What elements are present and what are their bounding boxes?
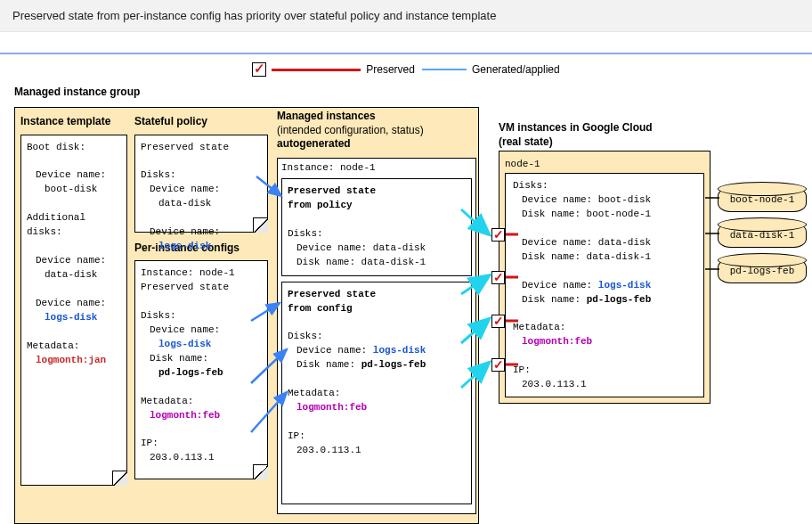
stateful-l6: logs-disk <box>141 240 262 254</box>
disk-boot-label: boot-node-1 <box>730 194 795 205</box>
page-caption: Preserved state from per-instance config… <box>0 0 812 32</box>
vm-l10: IP: <box>513 364 698 378</box>
policy-title-1: Preserved state <box>288 185 376 196</box>
disk-data: data-disk-1 <box>718 223 807 248</box>
config-l2a: Device name: <box>296 345 367 356</box>
template-l4: Additional disks: <box>27 211 121 240</box>
stateful-l2: Disks: <box>141 168 262 183</box>
stateful-title: Stateful policy <box>134 115 268 129</box>
managed-head: Instance: node-1 <box>281 162 472 173</box>
vm-l7: Disk name: pd-logs-feb <box>513 293 698 307</box>
policy-l3: Disk name: data-disk-1 <box>288 256 466 270</box>
config-l3: Disk name: pd-logs-feb <box>288 358 466 373</box>
preserved-from-policy: Preserved state from policy Disks: Devic… <box>281 178 472 276</box>
pic-l9: logmonth:feb <box>141 409 262 423</box>
stateful-l5: Device name: <box>141 225 262 240</box>
config-l2b: logs-disk <box>373 345 426 356</box>
config-title-1: Preserved state <box>288 289 376 299</box>
template-l7: Device name: <box>27 297 121 311</box>
template-l2: Device name: <box>27 168 121 183</box>
vm-l9: logmonth:feb <box>513 335 698 349</box>
pic-doc: Instance: node-1 Preserved state Disks: … <box>134 260 268 479</box>
vm-inner: Disks: Device name: boot-disk Disk name:… <box>505 173 704 397</box>
config-l4: Metadata: <box>288 387 466 401</box>
legend-generated-label: Generated/applied <box>472 63 560 76</box>
managed-column: Managed instances (intended configuratio… <box>277 110 475 151</box>
stateful-l3: Device name: <box>141 183 262 197</box>
legend-row: Preserved Generated/applied <box>0 62 812 77</box>
mig-box: Instance template Boot disk: Device name… <box>14 107 479 524</box>
template-column: Instance template Boot disk: Device name… <box>20 115 127 486</box>
vm-l6: Device name: logs-disk <box>513 279 698 293</box>
config-l6: IP: <box>288 430 466 444</box>
template-l10: logmonth:jan <box>27 354 121 368</box>
legend-generated: Generated/applied <box>422 63 560 76</box>
stateful-doc: Preserved state Disks: Device name: data… <box>134 135 268 233</box>
vm-l6a: Device name: <box>522 280 592 291</box>
vm-l7a: Disk name: <box>522 294 581 305</box>
pic-l10: IP: <box>141 437 262 451</box>
preserved-check-2 <box>491 271 505 284</box>
template-l8: logs-disk <box>27 311 121 325</box>
preserved-check-3 <box>491 315 505 328</box>
preserved-check-4 <box>491 358 505 372</box>
config-l7: 203.0.113.1 <box>288 444 466 458</box>
template-l9: Metadata: <box>27 340 121 354</box>
vm-l7b: pd-logs-feb <box>587 294 652 305</box>
vm-box: node-1 Disks: Device name: boot-disk Dis… <box>499 151 710 404</box>
disk-data-label: data-disk-1 <box>730 230 795 241</box>
pic-l3: Disks: <box>141 309 262 323</box>
policy-title-2: from policy <box>288 200 353 210</box>
legend-preserved-label: Preserved <box>366 63 415 76</box>
policy-l1: Disks: <box>288 227 466 242</box>
stateful-l1: Preserved state <box>141 141 262 155</box>
template-title: Instance template <box>20 115 127 129</box>
blue-arrow-icon <box>422 69 467 70</box>
pic-l6: Disk name: <box>141 352 262 366</box>
config-l3a: Disk name: <box>296 359 355 370</box>
vm-l8: Metadata: <box>513 321 698 335</box>
config-l5: logmonth:feb <box>288 401 466 415</box>
policy-title: Preserved state from policy <box>288 184 466 213</box>
pic-l8: Metadata: <box>141 395 262 409</box>
disk-logs-label: pd-logs-feb <box>730 266 795 276</box>
vm-l3: Disk name: boot-node-1 <box>513 208 698 222</box>
template-l3: boot-disk <box>27 183 121 197</box>
pic-l5: logs-disk <box>141 338 262 352</box>
config-l3b: pd-logs-feb <box>361 359 426 370</box>
managed-title-l1: Managed instances <box>277 110 376 122</box>
config-title: Preserved state from config <box>288 288 466 316</box>
vm-l11: 203.0.113.1 <box>513 378 698 392</box>
vm-l6b: logs-disk <box>598 280 651 291</box>
pic-l11: 203.0.113.1 <box>141 451 262 465</box>
vm-l1: Disks: <box>513 179 698 193</box>
vm-label-l2: (real state) <box>499 135 553 148</box>
vm-l2: Device name: boot-disk <box>513 193 698 208</box>
vm-l4: Device name: data-disk <box>513 236 698 250</box>
config-title-2: from config <box>288 303 353 314</box>
pic-l2: Preserved state <box>141 281 262 295</box>
disk-boot: boot-node-1 <box>718 187 807 212</box>
managed-title: Managed instances (intended configuratio… <box>277 110 475 151</box>
red-line-icon <box>272 69 361 71</box>
check-icon <box>252 62 266 77</box>
vm-head: node-1 <box>505 159 540 169</box>
pic-l4: Device name: <box>141 323 262 338</box>
pic-l1: Instance: node-1 <box>141 266 262 281</box>
managed-title-l2: (intended configuration, status) <box>277 124 424 136</box>
legend-preserved: Preserved <box>252 62 415 77</box>
managed-title-l3: autogenerated <box>277 137 351 150</box>
config-l2: Device name: logs-disk <box>288 344 466 358</box>
template-doc: Boot disk: Device name: boot-disk Additi… <box>20 135 127 486</box>
template-l6: data-disk <box>27 268 121 282</box>
vm-label-l1: VM instances in Google Cloud <box>499 121 653 134</box>
diagram-content: Preserved Generated/applied Managed inst… <box>0 36 812 524</box>
template-l1: Boot disk: <box>27 141 121 155</box>
policy-l2: Device name: data-disk <box>288 242 466 256</box>
mig-label: Managed instance group <box>14 86 140 98</box>
preserved-from-config: Preserved state from config Disks: Devic… <box>281 282 472 504</box>
config-l1: Disks: <box>288 330 466 344</box>
template-title-text: Instance template <box>20 115 110 127</box>
vm-label: VM instances in Google Cloud (real state… <box>499 121 784 149</box>
stateful-column: Stateful policy Preserved state Disks: D… <box>134 115 268 479</box>
